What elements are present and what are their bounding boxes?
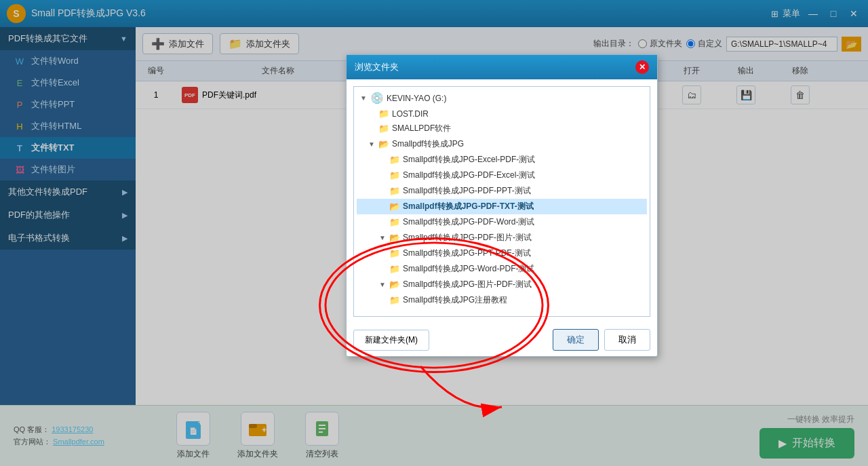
tree-item-ppt-pdf[interactable]: 📁 Smallpdf转换成JPG-PPT-PDF-测试 <box>357 246 647 261</box>
tree-item-image-pdf[interactable]: ▼ 📂 Smallpdf转换成JPG-图片-PDF-测试 <box>357 277 647 292</box>
tree-item-label: Smallpdf转换成JPG-Word-PDF-测试 <box>403 263 534 275</box>
tree-item-label: Smallpdf转换成JPG-PPT-PDF-测试 <box>403 248 531 259</box>
tree-item-smallpdf-jpg[interactable]: ▼ 📂 Smallpdf转换成JPG <box>357 136 647 152</box>
tree-item-register[interactable]: 📁 Smallpdf转换成JPG注册教程 <box>357 292 647 308</box>
tree-item-pdf-excel[interactable]: 📁 Smallpdf转换成JPG-PDF-Excel-测试 <box>357 168 647 183</box>
tree-item-label: LOST.DIR <box>392 109 429 119</box>
modal-title: 浏览文件夹 <box>355 61 399 73</box>
modal-title-bar: 浏览文件夹 ✕ <box>347 55 657 79</box>
tree-item-label: Smallpdf转换成JPG-PDF-PPT-测试 <box>403 185 531 197</box>
drive-icon: 💿 <box>370 92 384 104</box>
tree-item-lostdir[interactable]: 📁 LOST.DIR <box>357 106 647 121</box>
folder-icon: 📁 <box>389 186 400 196</box>
new-folder-button[interactable]: 新建文件夹(M) <box>353 330 429 351</box>
tree-item-label: Smallpdf转换成JPG <box>392 138 464 150</box>
folder-icon: 📁 <box>378 109 389 119</box>
folder-icon: 📁 <box>389 295 400 305</box>
folder-open-icon: 📂 <box>378 139 389 149</box>
folder-tree[interactable]: ▼ 💿 KEVIN-YAO (G:) 📁 LOST.DIR 📁 SMALLPDF… <box>353 86 650 317</box>
confirm-button[interactable]: 确定 <box>553 329 599 351</box>
tree-item-pdf-txt[interactable]: 📂 Smallpdf转换成JPG-PDF-TXT-测试 <box>357 199 647 214</box>
tree-item-label: Smallpdf转换成JPG-PDF-TXT-测试 <box>403 201 534 212</box>
cancel-button[interactable]: 取消 <box>604 329 650 351</box>
folder-open-icon: 📂 <box>389 279 400 290</box>
tree-item-label: Smallpdf转换成JPG-Excel-PDF-测试 <box>403 154 535 166</box>
tree-item-excel-pdf[interactable]: 📁 Smallpdf转换成JPG-Excel-PDF-测试 <box>357 152 647 168</box>
tree-item-pdf-image[interactable]: ▼ 📂 Smallpdf转换成JPG-PDF-图片-测试 <box>357 230 647 246</box>
browse-folder-modal: 浏览文件夹 ✕ ▼ 💿 KEVIN-YAO (G:) 📁 LOST.DIR <box>346 54 658 357</box>
folder-icon: 📁 <box>389 248 400 258</box>
expand-icon: ▼ <box>368 140 376 148</box>
tree-item-label: Smallpdf转换成JPG注册教程 <box>403 294 507 306</box>
tree-item-pdf-word[interactable]: 📁 Smallpdf转换成JPG-PDF-Word-测试 <box>357 214 647 230</box>
folder-open-icon: 📂 <box>389 201 400 212</box>
folder-icon: 📁 <box>389 217 400 227</box>
tree-item-root[interactable]: ▼ 💿 KEVIN-YAO (G:) <box>357 90 647 106</box>
tree-item-label: SMALLPDF软件 <box>392 123 451 134</box>
expand-icon: ▼ <box>359 94 368 102</box>
tree-item-label: Smallpdf转换成JPG-图片-PDF-测试 <box>403 279 532 290</box>
folder-icon: 📁 <box>389 170 400 180</box>
folder-open-icon: 📂 <box>389 233 400 243</box>
modal-body: ▼ 💿 KEVIN-YAO (G:) 📁 LOST.DIR 📁 SMALLPDF… <box>347 79 657 324</box>
expand-icon: ▼ <box>378 234 387 241</box>
modal-overlay: 浏览文件夹 ✕ ▼ 💿 KEVIN-YAO (G:) 📁 LOST.DIR <box>0 0 868 466</box>
folder-icon: 📁 <box>389 155 400 165</box>
expand-icon: ▼ <box>378 281 387 288</box>
tree-item-pdf-ppt[interactable]: 📁 Smallpdf转换成JPG-PDF-PPT-测试 <box>357 183 647 199</box>
tree-item-label: Smallpdf转换成JPG-PDF-Excel-测试 <box>403 170 535 181</box>
folder-icon: 📁 <box>378 123 389 134</box>
tree-item-smallpdf-software[interactable]: 📁 SMALLPDF软件 <box>357 121 647 136</box>
folder-icon: 📁 <box>389 264 400 274</box>
tree-item-label: Smallpdf转换成JPG-PDF-Word-测试 <box>403 216 534 228</box>
modal-footer: 新建文件夹(M) 确定 取消 <box>347 324 657 356</box>
tree-item-word-pdf[interactable]: 📁 Smallpdf转换成JPG-Word-PDF-测试 <box>357 261 647 277</box>
tree-item-label: KEVIN-YAO (G:) <box>387 94 446 103</box>
modal-close-button[interactable]: ✕ <box>635 60 649 74</box>
tree-item-label: Smallpdf转换成JPG-PDF-图片-测试 <box>403 232 532 244</box>
